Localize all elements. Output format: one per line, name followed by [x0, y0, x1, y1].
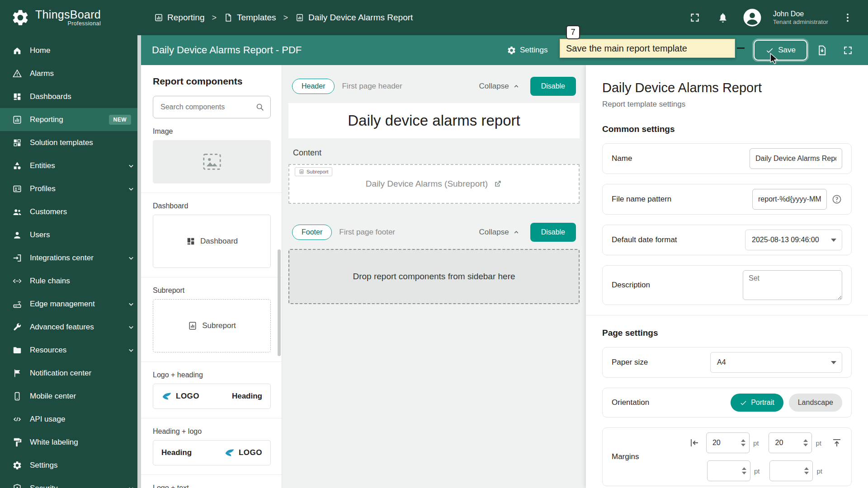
- stepper-arrows[interactable]: [804, 467, 809, 474]
- landscape-button[interactable]: Landscape: [789, 394, 842, 412]
- sidebar-item-alarms[interactable]: Alarms: [0, 62, 141, 85]
- sidebar-item-rule-chains[interactable]: Rule chains: [0, 269, 141, 292]
- margin-left-icon: [689, 437, 700, 448]
- search-icon[interactable]: [255, 102, 265, 112]
- component-dashboard[interactable]: Dashboard: [153, 215, 271, 268]
- report-components-panel: Report components Image Dashboard Dashbo…: [141, 65, 282, 488]
- sidebar-item-label: Entities: [30, 161, 119, 170]
- name-input[interactable]: [750, 148, 842, 169]
- api-icon: [12, 414, 22, 424]
- sidebar-item-reporting[interactable]: ReportingNEW: [0, 108, 141, 131]
- date-format-select[interactable]: 2025-08-13 09:46:00: [745, 230, 842, 250]
- reporting-icon: [154, 13, 163, 22]
- report-header-preview[interactable]: Daily device alarms report: [288, 103, 580, 138]
- editor-fullscreen-icon[interactable]: [839, 41, 857, 60]
- report-editor-toolbar: Daily Device Alarms Report - PDF Setting…: [141, 35, 868, 65]
- sidebar-item-notification-center[interactable]: Notification center: [0, 361, 141, 385]
- margin-top-icon: [831, 437, 842, 448]
- sidebar-item-profiles[interactable]: Profiles: [0, 177, 141, 200]
- breadcrumb-separator: >: [212, 13, 217, 23]
- solution-templates-icon: [12, 138, 22, 148]
- first-page-footer-tab[interactable]: First page footer: [339, 228, 469, 237]
- breadcrumb-item[interactable]: Templates: [224, 13, 276, 23]
- sidebar-item-resources[interactable]: Resources: [0, 338, 141, 361]
- generate-report-icon[interactable]: [813, 41, 831, 60]
- sidebar-item-security[interactable]: Security: [0, 477, 141, 488]
- breadcrumb-item[interactable]: Daily Device Alarms Report: [295, 13, 413, 23]
- file-pattern-input[interactable]: [752, 189, 827, 210]
- fullscreen-icon[interactable]: [686, 11, 703, 24]
- header-pill[interactable]: Header: [292, 79, 335, 94]
- margin-bottom-stepper[interactable]: [769, 460, 813, 481]
- sidebar-item-settings[interactable]: Settings: [0, 454, 141, 477]
- stepper-arrows[interactable]: [742, 467, 746, 474]
- component-subreport[interactable]: Subreport: [153, 299, 271, 352]
- sidebar-item-entities[interactable]: Entities: [0, 154, 141, 177]
- sidebar-item-label: Solution templates: [30, 138, 136, 147]
- breadcrumb-item[interactable]: Reporting: [154, 13, 204, 23]
- footer-dropzone[interactable]: Drop report components from sidebar here: [288, 249, 580, 304]
- help-icon[interactable]: [831, 194, 842, 205]
- chevron-down-icon: [127, 161, 136, 170]
- sidebar-item-users[interactable]: Users: [0, 223, 141, 246]
- footer-disable-button[interactable]: Disable: [530, 223, 576, 242]
- header-disable-button[interactable]: Disable: [530, 77, 576, 96]
- notifications-bell-icon[interactable]: [714, 11, 731, 24]
- chevron-up-icon: [512, 82, 520, 90]
- sidebar-item-home[interactable]: Home: [0, 39, 141, 62]
- first-page-header-tab[interactable]: First page header: [342, 82, 469, 91]
- stepper-arrows[interactable]: [741, 439, 745, 446]
- top-app-bar: ThingsBoard Professional Reporting>Templ…: [0, 0, 868, 35]
- component-image[interactable]: [153, 140, 271, 183]
- logo-heading-section-label: Logo + heading: [153, 371, 271, 379]
- description-textarea[interactable]: [743, 270, 842, 300]
- kebab-menu-icon[interactable]: [839, 11, 856, 24]
- search-components-box[interactable]: [153, 96, 271, 118]
- sidebar-scrollbar[interactable]: [137, 35, 141, 488]
- search-components-input[interactable]: [160, 103, 255, 112]
- subreport-icon: [188, 321, 198, 331]
- save-button[interactable]: Save: [754, 40, 807, 61]
- margins-label: Margins: [612, 452, 639, 461]
- margin-top-stepper[interactable]: [707, 460, 750, 481]
- margin-right-stepper[interactable]: 20: [769, 432, 812, 453]
- sidebar-item-solution-templates[interactable]: Solution templates: [0, 131, 141, 154]
- advanced-icon: [12, 322, 22, 332]
- sidebar-item-customers[interactable]: Customers: [0, 200, 141, 223]
- sidebar-item-advanced-features[interactable]: Advanced features: [0, 315, 141, 338]
- sidebar-item-label: Integrations center: [30, 253, 119, 263]
- description-row: Description: [602, 265, 852, 305]
- external-link-icon[interactable]: [493, 179, 502, 188]
- sidebar-item-mobile-center[interactable]: Mobile center: [0, 385, 141, 408]
- sidebar-item-integrations-center[interactable]: Integrations center: [0, 246, 141, 269]
- sidebar-item-api-usage[interactable]: API usage: [0, 408, 141, 431]
- sidebar-item-edge-management[interactable]: Edge management: [0, 292, 141, 315]
- portrait-button[interactable]: Portrait: [731, 394, 783, 412]
- brand-name: ThingsBoard: [35, 9, 101, 20]
- paper-size-label: Paper size: [612, 358, 648, 367]
- sidebar-item-dashboards[interactable]: Dashboards: [0, 85, 141, 108]
- component-logo-heading[interactable]: LOGO Heading: [153, 384, 271, 409]
- orientation-row: Orientation Portrait Landscape: [602, 388, 852, 418]
- footer-collapse-button[interactable]: Collapse: [476, 227, 523, 237]
- settings-button[interactable]: Settings: [500, 41, 554, 60]
- stepper-arrows[interactable]: [803, 439, 808, 446]
- thingsboard-brand[interactable]: ThingsBoard Professional: [11, 8, 101, 27]
- white-labeling-icon: [12, 437, 22, 447]
- footer-pill[interactable]: Footer: [292, 225, 332, 240]
- component-heading-logo[interactable]: Heading LOGO: [153, 440, 271, 465]
- sidebar-item-white-labeling[interactable]: White labeling: [0, 431, 141, 454]
- orientation-label: Orientation: [612, 398, 649, 407]
- margins-row: Margins 20 pt 20: [602, 427, 852, 486]
- subreport-content-block[interactable]: Subreport Daily Device Alarms (Subreport…: [288, 164, 580, 204]
- avatar[interactable]: [742, 8, 762, 28]
- sidebar-item-label: Rule chains: [30, 277, 136, 286]
- header-collapse-button[interactable]: Collapse: [476, 81, 523, 91]
- margin-left-stepper[interactable]: 20: [706, 432, 750, 453]
- annotation-step-badge: 7: [566, 25, 580, 39]
- paper-size-select[interactable]: A4: [710, 352, 842, 373]
- components-scrollbar[interactable]: [278, 249, 281, 356]
- description-label: Description: [612, 281, 650, 290]
- chevron-down-icon: [127, 300, 136, 309]
- integrations-icon: [12, 253, 22, 263]
